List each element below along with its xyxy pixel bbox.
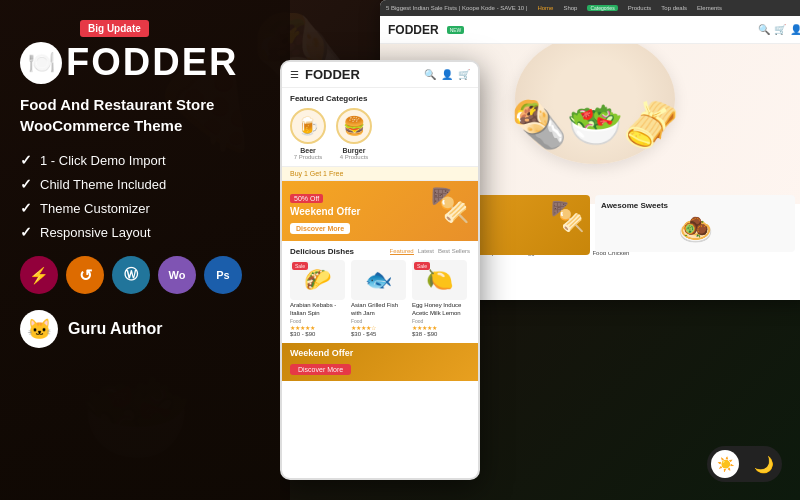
mobile-logo: FODDER xyxy=(305,67,418,82)
guru-row: 🐱 Guru Author xyxy=(20,310,270,348)
tab-latest[interactable]: Latest xyxy=(418,248,434,255)
product-3[interactable]: 🍋 Sale Egg Honey Induce Acetic Milk Lemo… xyxy=(412,260,467,337)
delicious-tabs: Featured Latest Best Sellers xyxy=(390,248,470,255)
check-icon-2: ✓ xyxy=(20,176,32,192)
plugin-icons-row: ⚡ ↺ Ⓦ Wo Ps xyxy=(20,256,270,294)
mobile-cat-beer[interactable]: 🍺 Beer 7 Products xyxy=(290,108,326,160)
delicious-products: 🌮 Sale Arabian Kebabs - Italian Spin Foo… xyxy=(290,260,470,337)
sweets-food-icon: 🧆 xyxy=(601,213,789,246)
product-2[interactable]: 🐟 Asian Grilled Fish with Jam Food ★★★★☆… xyxy=(351,260,406,337)
mobile-burger-icon: 🍔 xyxy=(336,108,372,144)
sun-icon: ☀️ xyxy=(717,456,734,472)
mobile-cart-icon[interactable]: 🛒 xyxy=(458,69,470,80)
toggle-circle: ☀️ xyxy=(711,450,739,478)
mobile-cat-title: Featured Categories xyxy=(290,94,470,103)
check-icon-4: ✓ xyxy=(20,224,32,240)
cart-nav-icon: 🛒 xyxy=(774,24,786,35)
logo-text: FODDER xyxy=(66,41,238,84)
subtitle-line1: Food And Restaurant Store xyxy=(20,94,270,115)
search-nav-icon: 🔍 xyxy=(758,24,770,35)
delicious-title: Delicious Dishes xyxy=(290,247,354,256)
feature-item-2: ✓Child Theme Included xyxy=(20,176,270,192)
product-3-img: 🍋 Sale xyxy=(412,260,467,300)
mobile-delicious: Delicious Dishes Featured Latest Best Se… xyxy=(282,241,478,343)
feature-item-3: ✓Theme Customizer xyxy=(20,200,270,216)
desktop-awesome-sweets: Awesome Sweets 🧆 xyxy=(595,195,795,252)
tab-bestsellers[interactable]: Best Sellers xyxy=(438,248,470,255)
mobile-mockup: ☰ FODDER 🔍 👤 🛒 Featured Categories 🍺 Bee… xyxy=(280,60,480,480)
delicious-header: Delicious Dishes Featured Latest Best Se… xyxy=(290,247,470,256)
logo-icon: 🍽️ xyxy=(20,42,62,84)
product-1-img: 🌮 Sale xyxy=(290,260,345,300)
mobile-cat-burger[interactable]: 🍔 Burger 4 Products xyxy=(336,108,372,160)
product-1[interactable]: 🌮 Sale Arabian Kebabs - Italian Spin Foo… xyxy=(290,260,345,337)
woocommerce-badge: Wo xyxy=(158,256,196,294)
badge-label: Big Update xyxy=(80,20,149,37)
subtitle: Food And Restaurant Store WooCommerce Th… xyxy=(20,94,270,136)
mobile-offer-badge: 50% Off xyxy=(290,194,323,203)
mobile-discover-btn[interactable]: Discover More xyxy=(290,223,350,234)
weekend-food-icon: 🍢 xyxy=(550,200,585,233)
mobile-beer-icon: 🍺 xyxy=(290,108,326,144)
wordpress-badge: Ⓦ xyxy=(112,256,150,294)
mobile-nav-icons: 🔍 👤 🛒 xyxy=(424,69,470,80)
hamburger-icon[interactable]: ☰ xyxy=(290,69,299,80)
dark-mode-toggle[interactable]: ☀️ 🌙 xyxy=(707,446,782,482)
feature-item-4: ✓Responsive Layout xyxy=(20,224,270,240)
photoshop-badge: Ps xyxy=(204,256,242,294)
big-update-badge: Big Update xyxy=(20,18,270,41)
product-2-img: 🐟 xyxy=(351,260,406,300)
tab-featured[interactable]: Featured xyxy=(390,248,414,255)
guru-icon: 🐱 xyxy=(20,310,58,348)
announce-bar: 5 Biggest Indian Sale Fists | Koope Kode… xyxy=(380,0,800,16)
left-panel: Big Update 🍽️ FODDER Food And Restaurant… xyxy=(0,0,290,500)
discover-btn-bottom[interactable]: Discover More xyxy=(290,364,351,375)
feature-item-1: ✓1 - Click Demo Import xyxy=(20,152,270,168)
moon-icon: 🌙 xyxy=(754,455,774,474)
mobile-cat-row: 🍺 Beer 7 Products 🍔 Burger 4 Products xyxy=(290,108,470,160)
buy-one-get-one-bar: Buy 1 Get 1 Free xyxy=(282,167,478,181)
mobile-featured-categories: Featured Categories 🍺 Beer 7 Products 🍔 … xyxy=(282,88,478,167)
desktop-nav-icons: 🔍 🛒 👤 xyxy=(758,24,800,35)
user-nav-icon: 👤 xyxy=(790,24,800,35)
mobile-weekend-bottom: Weekend Offer Discover More xyxy=(282,343,478,381)
mobile-topbar: ☰ FODDER 🔍 👤 🛒 xyxy=(282,62,478,88)
mobile-user-icon[interactable]: 👤 xyxy=(441,69,453,80)
check-icon-1: ✓ xyxy=(20,152,32,168)
awesome-sweets-title: Awesome Sweets xyxy=(601,201,789,210)
subtitle-line2: WooCommerce Theme xyxy=(20,115,270,136)
feature-list: ✓1 - Click Demo Import ✓Child Theme Incl… xyxy=(20,152,270,240)
mobile-offer-banner: 50% Off Weekend Offer Discover More 🍢 xyxy=(282,181,478,241)
guru-label: Guru Author xyxy=(68,320,163,338)
right-panel: 5 Biggest Indian Sale Fists | Koope Kode… xyxy=(280,0,800,500)
logo-area: 🍽️ FODDER xyxy=(20,41,270,84)
elementor-badge: ⚡ xyxy=(20,256,58,294)
mobile-weekend-title: Weekend Offer xyxy=(290,348,470,358)
desktop-logo: FODDER xyxy=(388,23,439,37)
desktop-nav: FODDER NEW 🔍 🛒 👤 xyxy=(380,16,800,44)
check-icon-3: ✓ xyxy=(20,200,32,216)
mobile-offer-food: 🍢 xyxy=(430,186,470,224)
mobile-search-icon[interactable]: 🔍 xyxy=(424,69,436,80)
customizer-badge: ↺ xyxy=(66,256,104,294)
